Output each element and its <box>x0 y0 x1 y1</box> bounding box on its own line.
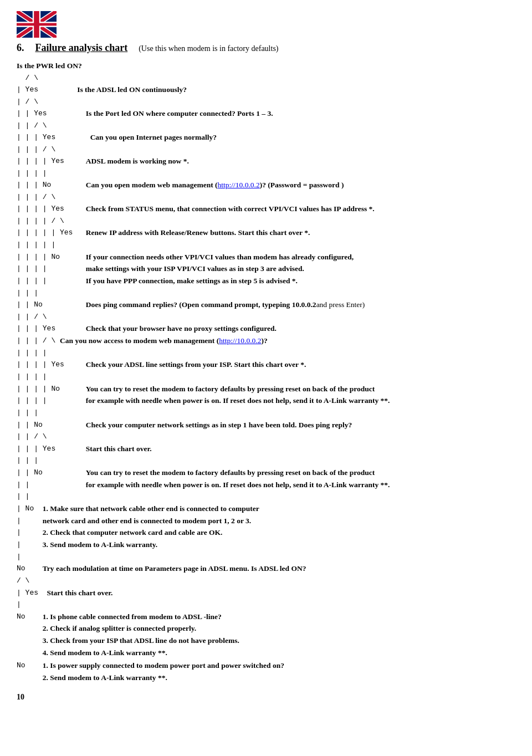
chart-line: | Yes Is the ADSL led ON continuously? <box>17 84 515 96</box>
chart-line: | | | | <box>17 371 515 382</box>
after-ping: and press Enter) <box>316 299 365 311</box>
indent: | | | | <box>17 168 51 179</box>
chart-line: | | | | No If your connection needs othe… <box>17 252 515 263</box>
line-text: You can try to reset the modem to factor… <box>86 467 375 479</box>
chart-line: | Yes Start this chart over. <box>17 588 515 599</box>
line-text: 2. Check that computer network card and … <box>43 527 223 539</box>
chart-line: | network card and other end is connecte… <box>17 515 515 527</box>
indent: / \ <box>17 73 43 84</box>
chart-line: | <box>17 551 515 563</box>
line-text: You can try to reset the modem to factor… <box>86 384 375 395</box>
chart-line: | | | | If you have PPP connection, make… <box>17 275 515 287</box>
chart-line: | | | | <box>17 168 515 179</box>
chart-line: | | | | make settings with your ISP VPI/… <box>17 263 515 275</box>
indent: | | | Yes <box>17 323 86 334</box>
chart-line: | | for example with needle when power i… <box>17 479 515 491</box>
section-subtitle: (Use this when modem is in factory defau… <box>139 44 278 53</box>
chart-line: 4. Send modem to A-Link warranty **. <box>17 647 515 659</box>
line-text: 1. Is phone cable connected from modem t… <box>43 611 222 623</box>
line-text: Can you open Internet pages normally? <box>90 132 217 144</box>
indent: | | | Yes <box>17 443 86 454</box>
indent: | | | / \ <box>17 192 60 203</box>
line-text: network card and other end is connected … <box>43 515 251 527</box>
chart-line: | | | No Can you open modem web manageme… <box>17 180 515 191</box>
line-text: 4. Send modem to A-Link warranty **. <box>43 647 167 659</box>
chart-line: | | | / \ <box>17 144 515 155</box>
indent: | <box>17 527 43 538</box>
indent: | <box>17 515 43 527</box>
chart-line: | | | <box>17 455 515 466</box>
chart-line: | | | / \ Can you now access to modem we… <box>17 335 515 347</box>
chart-line: / \ <box>17 73 515 84</box>
chart-line: | | | Yes Check that your browser have n… <box>17 323 515 335</box>
indent: | | <box>17 479 86 491</box>
chart-line: | | Yes Is the Port led ON where compute… <box>17 108 515 120</box>
chart-content: Is the PWR led ON? / \ | Yes Is the ADSL… <box>17 60 515 684</box>
line-text: Check from STATUS menu, that connection … <box>86 203 375 215</box>
chart-line: / \ <box>17 575 515 586</box>
line-text: If you have PPP connection, make setting… <box>86 275 298 287</box>
chart-line: | | | | | Yes Renew IP address with Rele… <box>17 227 515 239</box>
indent: | | / \ <box>17 311 51 323</box>
ping-command: ping 10.0.0.2 <box>276 299 316 311</box>
indent: | | | | <box>17 371 51 382</box>
chart-line: 2. Check if analog splitter is connected… <box>17 623 515 635</box>
heading-section: 6. Failure analysis chart (Use this when… <box>17 42 515 54</box>
line-text: If your connection needs other VPI/VCI v… <box>86 252 354 263</box>
chart-line: No 1. Is phone cable connected from mode… <box>17 611 515 623</box>
line-text: Can you open modem web management ( <box>86 180 218 191</box>
chart-line: No 1. Is power supply connected to modem… <box>17 660 515 672</box>
link[interactable]: http://10.0.0.2 <box>219 335 261 347</box>
chart-line: Is the PWR led ON? <box>17 60 515 72</box>
indent: | | | | Yes <box>17 156 86 167</box>
section-number: 6. <box>17 42 24 54</box>
flag-section <box>17 11 515 38</box>
indent: | | | <box>17 455 43 466</box>
chart-line: | | | <box>17 288 515 299</box>
line-text: 2. Send modem to A-Link warranty **. <box>43 672 167 684</box>
section-title: 6. Failure analysis chart (Use this when… <box>17 42 515 54</box>
indent: No <box>17 563 43 574</box>
indent: | | / \ <box>17 120 51 131</box>
chart-line: | <box>17 599 515 610</box>
chart-line: | 2. Check that computer network card an… <box>17 527 515 539</box>
line-text: Is the PWR led ON? <box>17 60 82 72</box>
after-link: )? (Password = password ) <box>260 180 344 191</box>
line-text: Check that your browser have no proxy se… <box>86 323 277 335</box>
chart-line: | | | | <box>17 348 515 359</box>
after-link: )? <box>261 335 267 347</box>
indent: | <box>17 539 43 550</box>
indent: | / \ <box>17 96 43 108</box>
line-text: Check your ADSL line settings from your … <box>86 359 306 371</box>
indent: | | | | | <box>17 239 60 251</box>
chart-line: | / \ <box>17 96 515 108</box>
indent: | | | | No <box>17 384 86 395</box>
chart-line: | | No Does ping command replies? (Open … <box>17 299 515 311</box>
chart-line: No Try each modulation at time on Parame… <box>17 563 515 575</box>
indent: | | | <box>17 288 43 299</box>
indent: | | | Yes <box>17 132 90 143</box>
indent: | | | | Yes <box>17 359 86 370</box>
indent: | | No <box>17 420 86 431</box>
page-number: 10 <box>17 693 515 702</box>
chart-line: | | / \ <box>17 431 515 442</box>
chart-line: 2. Send modem to A-Link warranty **. <box>17 672 515 684</box>
indent: | | | | Yes <box>17 203 86 214</box>
indent: No <box>17 660 43 671</box>
chart-line: | | | | No You can try to reset the mode… <box>17 384 515 395</box>
indent: | | | | <box>17 263 86 274</box>
chart-line: | | <box>17 491 515 502</box>
line-text: make settings with your ISP VPI/VCI valu… <box>86 263 304 275</box>
indent: | | | No <box>17 180 86 191</box>
line-text: 3. Send modem to A-Link warranty. <box>43 539 157 551</box>
indent: / \ <box>17 575 34 586</box>
chart-line: | | No You can try to reset the modem to… <box>17 467 515 479</box>
line-text: 3. Check from your ISP that ADSL line do… <box>43 635 239 647</box>
line-text: 2. Check if analog splitter is connected… <box>43 623 196 635</box>
chart-line: | | | | / \ <box>17 216 515 227</box>
svg-rect-8 <box>17 23 57 26</box>
chart-line: | | | | | <box>17 239 515 251</box>
line-text: for example with needle when power is on… <box>86 395 390 407</box>
link[interactable]: http://10.0.0.2 <box>218 180 260 191</box>
indent: | | | / \ <box>17 335 60 346</box>
